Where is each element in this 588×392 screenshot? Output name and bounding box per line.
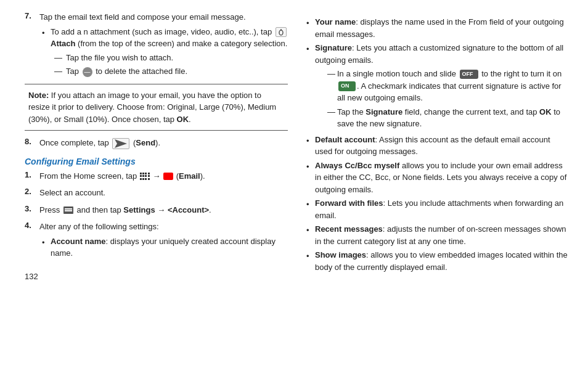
dash-item-1: — Tap the file you wish to attach. xyxy=(54,52,288,64)
bullet-dot-r1: • xyxy=(306,17,311,40)
signature-bold: Signature xyxy=(315,43,352,52)
apps-icon xyxy=(140,173,150,180)
dash-item-2: — Tap — to delete the attached file. xyxy=(54,65,288,78)
step-2-text: Select an account. xyxy=(39,187,105,199)
bullet-dot-r3: • xyxy=(306,135,311,158)
show-images-text: Show images: allows you to view embedded… xyxy=(315,249,570,273)
dash-text-1: Tap the file you wish to attach. xyxy=(66,52,173,64)
default-account-bullet: • Default account: Assign this account a… xyxy=(306,134,570,158)
recent-messages-text: Recent messages: adjusts the number of o… xyxy=(315,223,570,247)
send-icon xyxy=(112,138,129,149)
arrow-2: → xyxy=(157,205,168,214)
account-label: <Account> xyxy=(168,205,209,214)
bullet-dot-r6: • xyxy=(306,224,311,247)
bullet-dot-r5: • xyxy=(306,198,311,221)
dash-text-2: Tap — to delete the attached file. xyxy=(66,65,187,78)
your-name-text: Your name: displays the name used in the… xyxy=(315,16,570,40)
step-1-number: 1. xyxy=(25,170,36,182)
send-label: Send xyxy=(136,138,155,147)
cc-bcc-bold: Always Cc/Bcc myself xyxy=(315,161,399,170)
step-2-number: 2. xyxy=(25,187,36,199)
step-3-block: 3. Press and then tap Settings → <Accoun… xyxy=(25,204,288,216)
step-2-block: 2. Select an account. xyxy=(25,187,288,199)
right-column: • Your name: displays the name used in t… xyxy=(306,11,570,281)
your-name-bold: Your name xyxy=(315,17,356,27)
email-label: Email xyxy=(179,171,200,181)
step-3-number: 3. xyxy=(25,204,36,216)
bullet-item-attachment: • To add a n attachment (such as image, … xyxy=(42,26,288,50)
account-name-bullet: • Account name: displays your uniquely c… xyxy=(42,235,288,259)
left-column: 7. Tap the email text field and compose … xyxy=(25,11,288,281)
step-7-text: Tap the email text field and compose you… xyxy=(39,11,246,23)
step-8-number: 8. xyxy=(25,137,36,149)
signature-dash-1: — In a single motion touch and slide OFF… xyxy=(327,68,570,104)
signature-dash-text-1: In a single motion touch and slide OFF t… xyxy=(337,68,570,104)
show-images-bullet: • Show images: allows you to view embedd… xyxy=(306,249,570,273)
attachment-text: To add a n attachment (such as image, vi… xyxy=(51,26,288,50)
svg-point-0 xyxy=(279,30,283,35)
recent-messages-bullet: • Recent messages: adjusts the number of… xyxy=(306,223,570,247)
step-4-text: Alter any of the following settings: xyxy=(39,221,159,233)
signature-dashes: — In a single motion touch and slide OFF… xyxy=(327,68,570,130)
toggle-on-icon: ON xyxy=(338,81,356,91)
forward-files-bullet: • Forward with files: Lets you include a… xyxy=(306,197,570,221)
bullet-dot-r4: • xyxy=(306,161,311,196)
recent-messages-bold: Recent messages xyxy=(315,224,383,234)
forward-files-text: Forward with files: Lets you include att… xyxy=(315,197,570,221)
step-4-number: 4. xyxy=(25,221,36,233)
step-7-dashes: — Tap the file you wish to attach. — Tap… xyxy=(54,52,288,78)
step-1-block: 1. From the Home screen, tap → (Email). xyxy=(25,170,288,182)
dash-symbol-2: — xyxy=(54,65,62,78)
right-bullets: • Your name: displays the name used in t… xyxy=(306,16,570,273)
page-number: 132 xyxy=(25,272,288,281)
ok-bold: OK xyxy=(539,107,552,116)
attach-label: Attach xyxy=(51,39,75,48)
bullet-dot: • xyxy=(42,27,47,50)
your-name-bullet: • Your name: displays the name used in t… xyxy=(306,16,570,40)
arrow-1: → xyxy=(152,171,163,181)
menu-key-icon xyxy=(63,206,73,214)
step-8-text: Once complete, tap (Send). xyxy=(39,137,160,149)
dash-symbol-s1: — xyxy=(327,68,333,104)
default-account-bold: Default account xyxy=(315,135,375,144)
show-images-bold: Show images xyxy=(315,250,366,259)
page: 7. Tap the email text field and compose … xyxy=(0,0,588,292)
account-name-bold: Account name xyxy=(51,237,106,246)
step-4-bullets: • Account name: displays your uniquely c… xyxy=(42,235,288,259)
step-3-text: Press and then tap Settings → <Account>. xyxy=(39,204,211,216)
signature-bullet: • Signature: Lets you attach a customize… xyxy=(306,42,570,132)
dash-symbol-s2: — xyxy=(327,106,333,130)
step-7-number: 7. xyxy=(25,11,36,23)
attach-icon xyxy=(276,27,287,37)
dash-symbol: — xyxy=(54,52,62,64)
step-4-block: 4. Alter any of the following settings: … xyxy=(25,221,288,259)
cc-bcc-text: Always Cc/Bcc myself allows you to inclu… xyxy=(315,160,570,196)
signature-text: Signature: Lets you attach a customized … xyxy=(315,42,570,132)
settings-label: Settings xyxy=(123,205,155,214)
section-title: Configuring Email Settings xyxy=(25,157,288,166)
signature-dash-text-2: Tap the Signature field, change the curr… xyxy=(337,106,570,130)
email-app-icon xyxy=(163,173,173,180)
bullet-dot-r7: • xyxy=(306,250,311,273)
note-bold: Note: xyxy=(28,91,49,100)
step-1-text: From the Home screen, tap → (Email). xyxy=(39,170,205,182)
delete-icon: — xyxy=(83,67,92,77)
step-7-block: 7. Tap the email text field and compose … xyxy=(25,11,288,78)
forward-files-bold: Forward with files xyxy=(315,198,383,208)
bullet-dot-r2: • xyxy=(306,43,311,132)
toggle-off-icon: OFF xyxy=(460,70,478,80)
step-7-bullets: • To add a n attachment (such as image, … xyxy=(42,26,288,78)
account-name-text: Account name: displays your uniquely cre… xyxy=(51,235,288,259)
note-ok: OK xyxy=(177,115,189,124)
cc-bcc-bullet: • Always Cc/Bcc myself allows you to inc… xyxy=(306,160,570,196)
bullet-dot-4: • xyxy=(42,237,47,259)
step-8-block: 8. Once complete, tap (Send). xyxy=(25,137,288,149)
default-account-text: Default account: Assign this account as … xyxy=(315,134,570,158)
note-box: Note: If you attach an image to your ema… xyxy=(25,84,288,131)
note-text: Note: If you attach an image to your ema… xyxy=(28,91,276,124)
signature-dash-2: — Tap the Signature field, change the cu… xyxy=(327,106,570,130)
sig-field-bold: Signature xyxy=(365,107,402,116)
